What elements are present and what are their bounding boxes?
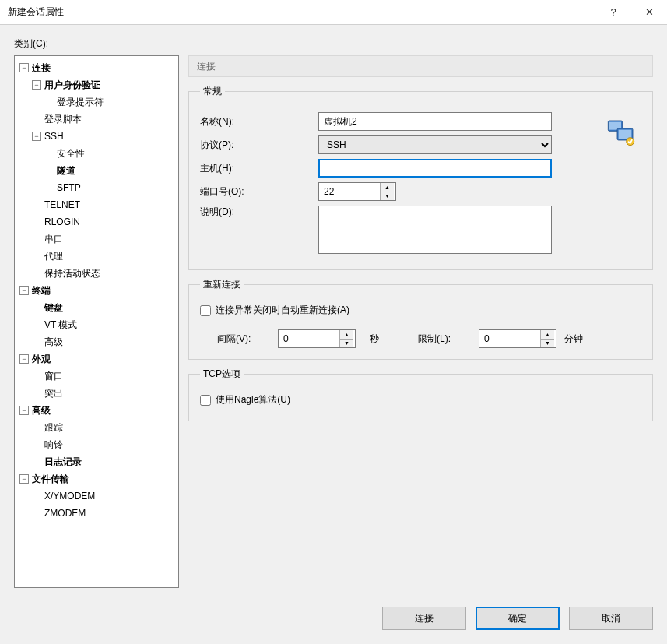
limit-spinner[interactable]: ▲ ▼ xyxy=(479,329,556,348)
spin-up-icon[interactable]: ▲ xyxy=(541,330,554,340)
content-area: 类别(C): − 连接 − 用户身份验证 xyxy=(0,25,667,596)
tree-item-security[interactable]: 安全性 xyxy=(41,145,178,162)
auto-reconnect-checkbox[interactable] xyxy=(200,305,211,316)
general-legend: 常规 xyxy=(200,85,225,98)
category-label: 类别(C): xyxy=(14,37,653,51)
connection-icon xyxy=(606,117,637,148)
tree-item-keyboard[interactable]: 键盘 xyxy=(29,299,178,316)
tree-item-advanced-term[interactable]: 高级 xyxy=(29,333,178,350)
cancel-button[interactable]: 取消 xyxy=(569,607,653,630)
connect-button[interactable]: 连接 xyxy=(382,607,466,630)
nagle-checkbox[interactable] xyxy=(200,395,211,406)
tree-item-telnet[interactable]: TELNET xyxy=(29,196,178,213)
tree-item-zmodem[interactable]: ZMODEM xyxy=(29,505,178,522)
tree-item-login-prompt[interactable]: 登录提示符 xyxy=(41,93,178,111)
tree-item-ssh[interactable]: − SSH xyxy=(29,128,178,145)
titlebar: 新建会话属性 ? ✕ xyxy=(0,0,667,25)
collapse-icon[interactable]: − xyxy=(19,406,29,415)
tree-item-window[interactable]: 窗口 xyxy=(29,368,178,385)
tree-item-login-script[interactable]: 登录脚本 xyxy=(29,111,178,128)
spin-up-icon[interactable]: ▲ xyxy=(381,183,394,192)
collapse-icon[interactable]: − xyxy=(32,80,41,90)
tree-item-bell[interactable]: 响铃 xyxy=(29,436,178,453)
tree-item-sftp[interactable]: SFTP xyxy=(41,179,178,196)
name-input[interactable] xyxy=(318,112,552,131)
reconnect-group: 重新连接 连接异常关闭时自动重新连接(A) 间隔(V): ▲ ▼ xyxy=(188,278,653,360)
close-button[interactable]: ✕ xyxy=(631,0,667,25)
interval-input[interactable] xyxy=(279,330,339,347)
limit-label: 限制(L): xyxy=(418,333,471,346)
spin-up-icon[interactable]: ▲ xyxy=(340,330,353,340)
spin-down-icon[interactable]: ▼ xyxy=(541,340,554,348)
port-spinner[interactable]: ▲ ▼ xyxy=(318,182,396,201)
ok-button[interactable]: 确定 xyxy=(476,607,560,630)
auto-reconnect-label: 连接异常关闭时自动重新连接(A) xyxy=(216,304,349,317)
spin-down-icon[interactable]: ▼ xyxy=(340,340,353,348)
tree-item-user-auth[interactable]: − 用户身份验证 xyxy=(29,76,178,93)
tree-item-logging[interactable]: 日志记录 xyxy=(29,453,178,470)
tree-item-vtmode[interactable]: VT 模式 xyxy=(29,316,178,333)
port-label: 端口号(O): xyxy=(200,185,318,199)
host-input[interactable] xyxy=(318,159,552,178)
help-button[interactable]: ? xyxy=(595,0,631,25)
pane-header: 连接 xyxy=(188,55,653,77)
interval-label: 间隔(V): xyxy=(217,333,270,346)
tree-item-proxy[interactable]: 代理 xyxy=(29,248,178,265)
tree-item-appearance[interactable]: − 外观 xyxy=(16,350,178,368)
host-label: 主机(H): xyxy=(200,162,318,175)
dialog-window: 新建会话属性 ? ✕ 类别(C): − 连接 xyxy=(0,0,667,644)
tcp-group: TCP选项 使用Nagle算法(U) xyxy=(188,368,653,421)
collapse-icon[interactable]: − xyxy=(32,132,41,141)
tree-item-advanced[interactable]: − 高级 xyxy=(16,402,178,419)
general-group: 常规 名称(N): 协议(P): xyxy=(188,85,653,270)
spin-down-icon[interactable]: ▼ xyxy=(381,192,394,201)
settings-pane: 连接 常规 名称(N): xyxy=(188,55,653,588)
port-input[interactable] xyxy=(319,183,380,200)
tree-item-trace[interactable]: 跟踪 xyxy=(29,419,178,436)
interval-unit: 秒 xyxy=(370,333,379,346)
tree-item-connection[interactable]: − 连接 xyxy=(16,59,178,76)
tree-item-highlight[interactable]: 突出 xyxy=(29,385,178,402)
collapse-icon[interactable]: − xyxy=(19,474,29,484)
protocol-select[interactable]: SSH xyxy=(318,135,552,154)
tree-item-tunnel[interactable]: 隧道 xyxy=(41,162,178,179)
name-label: 名称(N): xyxy=(200,115,318,128)
limit-input[interactable] xyxy=(479,330,540,347)
reconnect-legend: 重新连接 xyxy=(200,278,244,291)
interval-spinner[interactable]: ▲ ▼ xyxy=(278,329,356,348)
button-row: 连接 确定 取消 xyxy=(0,596,667,644)
protocol-label: 协议(P): xyxy=(200,139,318,152)
tree-item-file-transfer[interactable]: − 文件传输 xyxy=(16,470,178,487)
tcp-legend: TCP选项 xyxy=(200,368,244,381)
nagle-label: 使用Nagle算法(U) xyxy=(216,393,290,406)
window-title: 新建会话属性 xyxy=(8,5,595,19)
limit-unit: 分钟 xyxy=(564,333,583,346)
main-row: − 连接 − 用户身份验证 登录提示符 xyxy=(14,55,653,588)
description-textarea[interactable] xyxy=(318,206,552,254)
tree-item-serial[interactable]: 串口 xyxy=(29,231,178,248)
desc-label: 说明(D): xyxy=(200,206,318,219)
tree-item-keepalive[interactable]: 保持活动状态 xyxy=(29,265,178,282)
category-tree[interactable]: − 连接 − 用户身份验证 登录提示符 xyxy=(14,55,179,588)
tree-item-terminal[interactable]: − 终端 xyxy=(16,282,178,299)
collapse-icon[interactable]: − xyxy=(19,286,29,295)
tree-item-xymodem[interactable]: X/YMODEM xyxy=(29,487,178,505)
collapse-icon[interactable]: − xyxy=(19,63,29,72)
collapse-icon[interactable]: − xyxy=(19,354,29,364)
tree-item-rlogin[interactable]: RLOGIN xyxy=(29,213,178,231)
